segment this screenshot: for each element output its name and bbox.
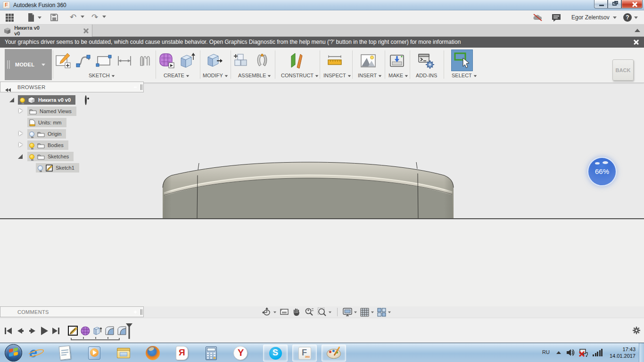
timeline-step-back-button[interactable] — [16, 327, 25, 335]
ribbon-group-modify[interactable]: MODIFY — [203, 73, 228, 78]
zoom-window-tool[interactable] — [317, 307, 332, 317]
panel-grip[interactable] — [140, 309, 141, 315]
insert-image-icon[interactable] — [360, 52, 377, 69]
document-tab[interactable]: Никита v0 v0 — [0, 25, 92, 37]
new-component-icon[interactable] — [233, 52, 250, 69]
timeline-go-end-button[interactable] — [52, 327, 60, 335]
network-disconnected-icon[interactable] — [578, 348, 588, 357]
tree-row-named-views[interactable]: Named Views — [0, 106, 144, 117]
volume-icon[interactable] — [566, 348, 575, 357]
chevron-down-icon[interactable] — [81, 16, 84, 18]
tray-clock[interactable]: 17:43 14.01.2017 — [605, 346, 636, 359]
joint-icon[interactable] — [254, 52, 271, 69]
chevron-down-icon[interactable] — [329, 311, 331, 313]
tray-expand-icon[interactable] — [556, 351, 561, 354]
ribbon-group-select[interactable]: SELECT — [452, 73, 477, 78]
timeline-extrude-feature[interactable] — [92, 326, 103, 336]
offline-status-button[interactable] — [533, 14, 543, 23]
tree-row-root[interactable]: Никита v0 v0 — [0, 94, 144, 106]
expander-collapsed-icon[interactable] — [19, 131, 23, 136]
panel-grip[interactable] — [140, 84, 141, 90]
rectangle-tool-icon[interactable] — [95, 52, 112, 69]
taskbar-file-explorer[interactable] — [116, 346, 131, 361]
tree-row-sketches[interactable]: Sketches — [0, 151, 144, 162]
back-button[interactable]: BACK — [612, 59, 634, 81]
comments-panel-header[interactable]: COMMENTS — [0, 306, 144, 317]
ribbon-group-addins[interactable]: ADD-INS — [416, 73, 437, 78]
chevron-down-icon[interactable] — [354, 311, 357, 313]
taskbar-firefox[interactable] — [145, 346, 160, 361]
taskbar-fusion360-active[interactable]: F 360 — [292, 345, 317, 362]
zoom-icon[interactable] — [304, 307, 314, 317]
timeline-step-forward-button[interactable] — [28, 327, 37, 335]
show-desktop-button[interactable] — [639, 343, 644, 362]
workspace-switcher[interactable]: MODEL — [5, 49, 52, 80]
grid-display-tool[interactable] — [360, 308, 374, 317]
ribbon-group-insert[interactable]: INSERT — [358, 73, 382, 78]
timeline-position-marker[interactable] — [125, 323, 133, 340]
tree-node-sketch[interactable]: Sketch1 — [36, 163, 79, 173]
restore-button[interactable] — [608, 0, 621, 8]
model-body[interactable] — [159, 159, 461, 219]
timeline-sketch-feature[interactable] — [68, 326, 78, 336]
ribbon-group-create[interactable]: CREATE — [164, 73, 190, 78]
timeline-go-start-button[interactable] — [4, 327, 12, 335]
collapse-toolbar-icon[interactable] — [635, 29, 640, 32]
tree-node-folder[interactable]: Sketches — [27, 152, 74, 161]
mirror-tool-icon[interactable] — [135, 52, 152, 69]
signal-strength-icon[interactable] — [593, 349, 603, 356]
chevron-down-icon[interactable] — [102, 16, 106, 18]
expander-collapsed-icon[interactable] — [19, 108, 23, 113]
3d-print-icon[interactable] — [388, 52, 405, 69]
viewports-tool[interactable] — [377, 308, 391, 317]
taskbar-media-player[interactable] — [87, 346, 102, 361]
look-at-icon[interactable] — [280, 307, 289, 317]
create-sketch-icon[interactable] — [55, 52, 72, 69]
taskbar-internet-explorer[interactable]: e — [28, 346, 43, 361]
ribbon-group-sketch[interactable]: SKETCH — [89, 73, 115, 78]
construct-plane-icon[interactable] — [288, 52, 305, 69]
ribbon-group-assemble[interactable]: ASSEMBLE — [238, 73, 271, 78]
user-account-button[interactable]: Egor Zelentsov — [571, 14, 617, 21]
minimize-button[interactable] — [594, 0, 608, 8]
chevron-down-icon[interactable] — [388, 311, 391, 313]
expander-open-icon[interactable] — [18, 154, 23, 159]
dimension-tool-icon[interactable] — [116, 52, 133, 69]
activate-component-radio[interactable] — [85, 95, 87, 105]
redo-button[interactable]: ↷ — [91, 13, 106, 22]
visibility-bulb-on-icon[interactable] — [29, 154, 34, 159]
tree-row-origin[interactable]: Origin — [0, 128, 144, 140]
tree-node-document[interactable]: Никита v0 v0 — [18, 95, 75, 105]
timeline-form-feature[interactable] — [80, 326, 91, 336]
ribbon-group-make[interactable]: MAKE — [388, 73, 408, 78]
taskbar-yandex-browser[interactable]: Я — [174, 346, 190, 361]
visibility-bulb-on-icon[interactable] — [29, 143, 34, 148]
chevron-down-icon[interactable] — [273, 311, 276, 313]
help-button[interactable]: ? — [623, 13, 638, 22]
collapse-panel-icon[interactable] — [5, 85, 11, 94]
visibility-bulb-off-icon[interactable] — [29, 132, 34, 137]
tree-row-sketch1[interactable]: Sketch1 — [0, 162, 144, 173]
ribbon-group-construct[interactable]: CONSTRUCT — [281, 73, 319, 78]
tree-node-folder[interactable]: Named Views — [27, 107, 76, 116]
display-settings-tool[interactable] — [343, 307, 357, 317]
tree-row-units[interactable]: Units: mm — [0, 117, 144, 128]
create-form-icon[interactable] — [158, 52, 175, 69]
visibility-bulb-off-icon[interactable] — [38, 165, 43, 171]
taskbar-calculator[interactable] — [204, 346, 219, 361]
tree-node-folder[interactable]: Bodies — [27, 140, 68, 150]
language-indicator[interactable]: RU — [542, 349, 550, 355]
visibility-bulb-on-icon[interactable] — [20, 98, 25, 103]
tab-close-icon[interactable] — [83, 28, 88, 33]
tree-node-units[interactable]: Units: mm — [27, 118, 66, 127]
timeline-fillet-feature[interactable] — [105, 326, 115, 336]
expander-collapsed-icon[interactable] — [19, 142, 23, 147]
start-button[interactable] — [5, 344, 22, 362]
file-menu-button[interactable] — [26, 13, 41, 24]
scripts-addins-icon[interactable] — [418, 52, 435, 69]
taskbar-skype-active[interactable]: S — [263, 345, 288, 362]
select-tool-button[interactable] — [451, 49, 473, 71]
app-grid-icon[interactable] — [6, 14, 14, 22]
pan-hand-icon[interactable] — [292, 307, 301, 317]
save-button[interactable] — [50, 13, 58, 24]
